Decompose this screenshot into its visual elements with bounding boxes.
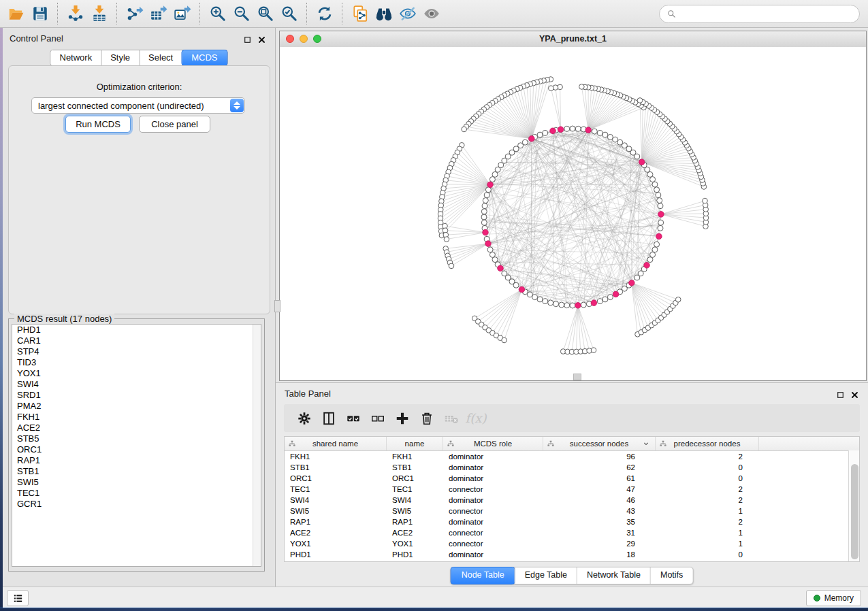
mcds-result-item[interactable]: TID3 — [12, 357, 261, 368]
table-scrollbar-thumb[interactable] — [851, 464, 858, 559]
table-row[interactable]: ACE2ACE2connector311 — [285, 527, 859, 538]
mcds-result-item[interactable]: SRD1 — [12, 390, 261, 401]
mcds-result-title: MCDS result (17 nodes) — [14, 314, 114, 324]
window-minimize-icon[interactable] — [300, 35, 308, 43]
mcds-result-item[interactable]: FKH1 — [12, 412, 261, 423]
hide-selected-icon[interactable] — [397, 3, 418, 24]
column-header-predecessor-nodes[interactable]: predecessor nodes — [656, 437, 759, 450]
column-header-mcds-role[interactable]: MCDS role — [443, 437, 543, 450]
mcds-result-list[interactable]: PHD1CAR1STP4TID3YOX1SWI4SRD1PMA2FKH1ACE2… — [12, 324, 261, 567]
cell: 1 — [656, 507, 759, 515]
import-table-icon[interactable] — [89, 3, 110, 24]
zoom-selected-icon[interactable] — [278, 3, 300, 24]
search-input[interactable] — [681, 8, 852, 20]
float-table-panel-icon[interactable] — [836, 390, 846, 399]
canvas-scroll-thumb[interactable] — [573, 374, 581, 380]
run-mcds-button[interactable]: Run MCDS — [65, 116, 131, 133]
zoom-fit-icon[interactable] — [255, 3, 276, 24]
mcds-result-item[interactable]: PHD1 — [12, 325, 261, 335]
refresh-icon[interactable] — [314, 3, 335, 24]
table-row[interactable]: RAP1RAP1dominator352 — [285, 516, 859, 527]
mcds-result-item[interactable]: STB5 — [12, 433, 261, 444]
sort-chevron-icon[interactable] — [643, 440, 649, 447]
memory-button[interactable]: Memory — [806, 590, 861, 606]
toolbar-icon-group — [4, 3, 443, 24]
table-row[interactable]: ORC1ORC1dominator610 — [285, 473, 859, 484]
tab-node-table[interactable]: Node Table — [451, 567, 515, 584]
save-session-icon[interactable] — [29, 3, 50, 24]
window-zoom-icon[interactable] — [313, 35, 321, 43]
clone-network-icon[interactable] — [349, 3, 370, 24]
mcds-result-item[interactable]: TEC1 — [12, 488, 261, 499]
mcds-result-item[interactable]: STP4 — [12, 346, 261, 357]
tab-motifs[interactable]: Motifs — [650, 567, 692, 584]
cell: dominator — [443, 518, 543, 526]
cell: 31 — [543, 529, 656, 537]
mcds-result-item[interactable]: PMA2 — [12, 401, 261, 412]
list-icon — [12, 593, 24, 604]
table-scrollbar[interactable] — [848, 450, 859, 561]
column-header-successor-nodes[interactable]: successor nodes — [543, 437, 656, 450]
mcds-result-item[interactable]: CAR1 — [12, 335, 261, 346]
task-history-button[interactable] — [7, 590, 29, 606]
close-panel-button[interactable]: Close panel — [139, 116, 210, 133]
list-scrollbar-track[interactable] — [253, 325, 261, 566]
memory-status-icon — [814, 595, 820, 601]
search-box[interactable] — [659, 5, 860, 23]
tab-mcds[interactable]: MCDS — [181, 50, 227, 66]
splitter-handle[interactable] — [274, 300, 280, 312]
table-row[interactable]: SWI4SWI4dominator462 — [285, 495, 859, 506]
control-panel: Control Panel NetworkStyleSelectMCDS Opt… — [3, 28, 276, 587]
settings-icon[interactable] — [292, 408, 317, 429]
tab-network[interactable]: Network — [50, 50, 101, 65]
tab-edge-table[interactable]: Edge Table — [515, 567, 577, 584]
mcds-result-item[interactable]: ACE2 — [12, 423, 261, 433]
table-row[interactable]: STB1STB1dominator620 — [285, 462, 859, 473]
cell: 18 — [543, 550, 656, 559]
add-column-icon[interactable] — [390, 408, 415, 429]
mcds-result-item[interactable]: SWI4 — [12, 379, 261, 390]
table-row[interactable]: PHD1PHD1dominator180 — [285, 549, 859, 560]
network-canvas[interactable] — [280, 47, 866, 380]
optimization-criterion-select[interactable]: largest connected component (undirected) — [31, 97, 245, 114]
tab-network-table[interactable]: Network Table — [577, 567, 650, 584]
zoom-out-icon[interactable] — [231, 3, 252, 24]
show-all-icon[interactable] — [421, 3, 442, 24]
column-header-shared-name[interactable]: shared name — [285, 437, 387, 450]
close-panel-icon[interactable] — [257, 35, 267, 44]
table-row[interactable]: TEC1TEC1connector472 — [285, 484, 859, 495]
split-panel-icon[interactable] — [317, 408, 341, 429]
delete-column-icon[interactable] — [415, 408, 439, 429]
window-close-icon[interactable] — [286, 35, 294, 43]
close-table-panel-icon[interactable] — [850, 390, 860, 399]
float-panel-icon[interactable] — [243, 35, 253, 44]
cell: ORC1 — [387, 474, 443, 482]
export-network-icon[interactable] — [124, 3, 145, 24]
table-row[interactable]: YOX1YOX1connector291 — [285, 538, 859, 549]
column-header-name[interactable]: name — [387, 437, 443, 450]
mcds-result-item[interactable]: YOX1 — [12, 368, 261, 379]
table-row[interactable]: FKH1FKH1dominator962 — [285, 451, 859, 462]
cell: TEC1 — [387, 485, 443, 493]
network-window-titlebar[interactable]: YPA_prune.txt_1 — [280, 31, 866, 48]
mcds-result-item[interactable]: GCR1 — [12, 499, 261, 510]
export-image-icon[interactable] — [172, 3, 193, 24]
tab-select[interactable]: Select — [139, 50, 182, 65]
open-session-icon[interactable] — [5, 3, 27, 24]
mcds-result-item[interactable]: ORC1 — [12, 444, 261, 455]
table-row[interactable]: SWI5SWI5connector431 — [285, 506, 859, 516]
export-table-icon[interactable] — [148, 3, 169, 24]
import-network-icon[interactable] — [65, 3, 86, 24]
select-all-icon[interactable] — [341, 408, 366, 429]
cell: SWI5 — [285, 507, 387, 515]
mcds-result-item[interactable]: STB1 — [12, 466, 261, 477]
zoom-in-icon[interactable] — [207, 3, 228, 24]
network-graph[interactable] — [280, 47, 866, 380]
first-neighbors-icon[interactable] — [373, 3, 394, 24]
cell: 2 — [656, 496, 759, 504]
mcds-result-item[interactable]: RAP1 — [12, 455, 261, 466]
deselect-all-icon[interactable] — [366, 408, 390, 429]
cell: 0 — [656, 550, 759, 559]
mcds-result-item[interactable]: SWI5 — [12, 477, 261, 488]
tab-style[interactable]: Style — [101, 50, 139, 65]
